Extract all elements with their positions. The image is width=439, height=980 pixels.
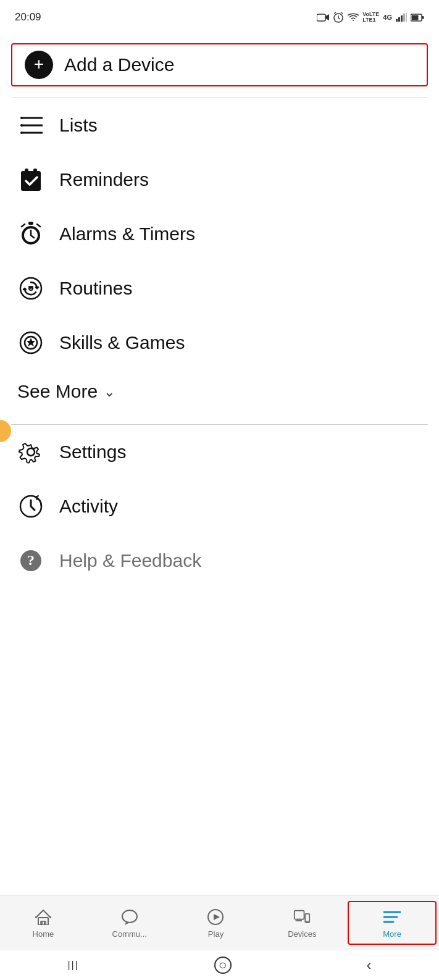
settings-icon (17, 438, 44, 466)
svg-line-5 (334, 12, 336, 14)
svg-point-46 (122, 910, 137, 923)
reminders-label: Reminders (59, 169, 149, 190)
nav-item-home[interactable]: Home (0, 902, 86, 944)
settings-label: Settings (59, 442, 126, 463)
activity-label: Activity (59, 496, 118, 517)
svg-point-18 (20, 117, 23, 119)
play-nav-label: Play (208, 929, 224, 939)
status-icons: VoLTELTE1 4G (317, 12, 424, 23)
add-device-icon: + (25, 51, 53, 79)
home-nav-icon (33, 907, 53, 927)
nav-item-communicate[interactable]: Commu... (86, 902, 173, 944)
volte-icon: VoLTELTE1 (362, 12, 379, 23)
menu-item-lists[interactable]: Lists (11, 98, 428, 153)
alarm-icon (333, 12, 344, 23)
menu-item-alarms[interactable]: Alarms & Timers (11, 207, 428, 261)
devices-nav-icon (292, 907, 312, 927)
alarms-icon (17, 220, 44, 248)
battery-icon (411, 14, 424, 22)
reminders-icon (17, 166, 44, 193)
routines-icon (17, 275, 44, 302)
back-button[interactable]: ‹ (367, 957, 372, 974)
svg-marker-35 (27, 338, 35, 346)
menu-item-help[interactable]: ? Help & Feedback (11, 534, 428, 588)
skills-label: Skills & Games (59, 332, 185, 353)
menu-item-reminders[interactable]: Reminders (11, 153, 428, 207)
nav-item-play[interactable]: Play (173, 902, 259, 944)
lists-label: Lists (59, 115, 98, 136)
recents-button[interactable]: ||| (67, 960, 78, 971)
menu-item-activity[interactable]: Activity (11, 479, 428, 534)
camera-icon (317, 12, 329, 22)
status-time: 20:09 (15, 11, 41, 23)
system-nav: ||| ○ ‹ (0, 950, 439, 980)
play-nav-icon (206, 907, 225, 927)
status-bar: 20:09 VoLTELTE1 4G (0, 0, 439, 32)
activity-icon (17, 493, 44, 520)
svg-rect-10 (403, 14, 405, 22)
wifi-icon (348, 13, 359, 22)
svg-line-6 (341, 12, 343, 14)
svg-rect-22 (25, 169, 28, 174)
communicate-nav-label: Commu... (112, 929, 147, 939)
devices-nav-label: Devices (288, 929, 316, 939)
svg-line-4 (338, 18, 340, 19)
svg-rect-8 (398, 17, 400, 22)
svg-rect-9 (401, 15, 403, 22)
see-more-label: See More (17, 381, 98, 402)
4g-icon: 4G (383, 14, 392, 21)
svg-rect-0 (317, 14, 325, 21)
svg-marker-1 (325, 14, 329, 20)
svg-marker-47 (125, 923, 130, 925)
home-nav-label: Home (33, 929, 54, 939)
svg-point-19 (20, 124, 23, 127)
chevron-down-icon: ⌄ (104, 384, 115, 400)
svg-text:?: ? (27, 552, 35, 568)
nav-item-devices[interactable]: Devices (259, 902, 345, 944)
communicate-nav-icon (120, 907, 140, 927)
help-icon: ? (17, 547, 44, 574)
menu-list: Lists Reminders Alarms & (0, 98, 439, 370)
signal-icon (396, 13, 407, 22)
home-button[interactable]: ○ (214, 957, 232, 974)
svg-rect-13 (422, 16, 424, 19)
svg-rect-30 (28, 222, 33, 225)
svg-line-29 (37, 224, 40, 227)
help-label: Help & Feedback (59, 550, 201, 571)
bottom-nav: Home Commu... Play (0, 895, 439, 950)
svg-rect-50 (295, 911, 304, 919)
svg-rect-14 (412, 15, 419, 20)
svg-line-28 (22, 224, 25, 227)
add-device-button[interactable]: + Add a Device (11, 43, 428, 86)
more-nav-icon (382, 907, 402, 927)
settings-list: Settings Activity ? Help & Feedback (0, 425, 439, 588)
nav-item-more[interactable]: More (348, 901, 437, 945)
see-more-button[interactable]: See More ⌄ (0, 370, 439, 413)
routines-label: Routines (59, 278, 132, 299)
lists-icon (17, 112, 44, 139)
skills-icon (17, 329, 44, 356)
svg-point-36 (27, 448, 35, 456)
svg-rect-7 (396, 19, 398, 22)
more-nav-label: More (383, 929, 401, 939)
add-device-label: Add a Device (64, 54, 174, 75)
svg-rect-23 (33, 169, 37, 174)
menu-item-routines[interactable]: Routines (11, 261, 428, 316)
menu-item-skills[interactable]: Skills & Games (11, 316, 428, 370)
alarms-label: Alarms & Timers (59, 224, 195, 245)
svg-rect-11 (406, 13, 407, 22)
menu-item-settings[interactable]: Settings (11, 425, 428, 479)
svg-marker-49 (214, 914, 220, 920)
svg-point-20 (20, 132, 23, 134)
svg-rect-21 (21, 171, 41, 191)
